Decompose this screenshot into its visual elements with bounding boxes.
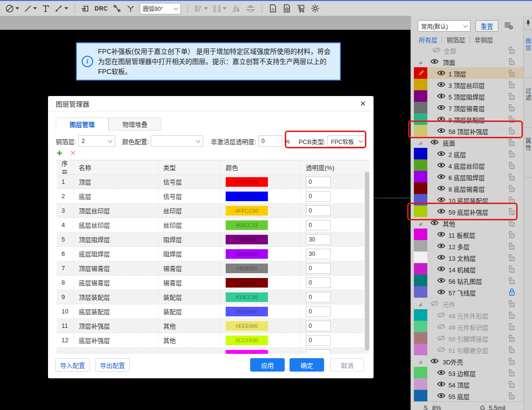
eye-icon[interactable] xyxy=(437,197,446,204)
eye-off-icon[interactable] xyxy=(437,335,446,342)
layer-color-swatch[interactable] xyxy=(414,67,427,79)
layer-row[interactable]: 8 底层锡膏层 xyxy=(414,182,523,194)
no-entry-tool-button[interactable] xyxy=(5,4,19,13)
eye-icon[interactable] xyxy=(437,174,446,181)
layer-row[interactable]: 全部 xyxy=(414,44,523,56)
layer-row[interactable]: 53 边框层 xyxy=(414,367,523,378)
layer-color-swatch[interactable] xyxy=(414,159,427,171)
unlock-icon[interactable] xyxy=(508,334,516,344)
unlock-icon[interactable] xyxy=(508,150,516,159)
eye-icon[interactable] xyxy=(437,116,446,123)
eye-icon[interactable] xyxy=(430,59,439,66)
color-swatch[interactable]: #EEE666 xyxy=(226,321,268,331)
color-swatch[interactable]: #808080 xyxy=(226,264,268,273)
unlock-icon[interactable] xyxy=(508,69,516,79)
eye-icon[interactable] xyxy=(437,185,446,193)
unlock-icon[interactable] xyxy=(508,138,516,148)
layer-color-swatch[interactable] xyxy=(414,390,427,401)
inactive-opacity-input[interactable]: 0 xyxy=(258,135,283,147)
unlock-icon[interactable] xyxy=(508,184,516,194)
cart-order-button[interactable] xyxy=(296,4,306,13)
unlock-icon[interactable] xyxy=(508,219,516,229)
layer-color-swatch[interactable] xyxy=(414,182,427,194)
eye-icon[interactable] xyxy=(437,231,446,239)
eye-icon[interactable] xyxy=(437,381,446,388)
layer-color-swatch[interactable] xyxy=(414,240,427,252)
layer-group-row[interactable]: 底面 xyxy=(414,136,523,148)
layer-row[interactable]: 50 引脚焊接层 xyxy=(414,332,523,344)
gerber-file-button[interactable]: G xyxy=(268,4,278,13)
opacity-input[interactable] xyxy=(306,263,331,274)
eye-icon[interactable] xyxy=(437,277,446,285)
unlock-icon[interactable] xyxy=(508,46,516,56)
color-swatch[interactable]: #FF00FF xyxy=(226,350,268,354)
opacity-input[interactable] xyxy=(306,249,331,259)
opacity-input[interactable] xyxy=(306,177,331,187)
route-tool-button[interactable] xyxy=(113,4,121,13)
cancel-button[interactable]: 取消 xyxy=(330,358,364,372)
layer-color-swatch[interactable] xyxy=(414,367,427,378)
layer-color-swatch[interactable] xyxy=(414,286,427,298)
eye-icon[interactable] xyxy=(437,254,446,262)
layer-row[interactable]: 3 顶层丝印层 xyxy=(414,79,523,90)
unlock-icon[interactable] xyxy=(508,300,516,309)
dock-tab-properties[interactable]: 属性 xyxy=(524,138,532,151)
layer-color-swatch[interactable] xyxy=(414,332,427,344)
color-swatch[interactable]: #800000 xyxy=(226,278,268,288)
tree-expander-icon[interactable] xyxy=(418,359,423,366)
layer-color-swatch[interactable] xyxy=(414,90,427,102)
text-tool-button[interactable] xyxy=(42,5,49,12)
apply-button[interactable]: 应用 xyxy=(250,358,285,372)
eye-icon[interactable] xyxy=(430,139,439,146)
tree-expander-icon[interactable] xyxy=(418,301,423,308)
opacity-input[interactable] xyxy=(306,220,331,230)
unlock-icon[interactable] xyxy=(508,357,516,367)
color-swatch[interactable]: #66CC33 xyxy=(226,220,268,230)
arc-mode-select[interactable]: 圆弧90° xyxy=(140,3,181,14)
layer-color-swatch[interactable] xyxy=(414,113,427,125)
opacity-input[interactable] xyxy=(306,205,331,216)
ok-button[interactable]: 确定 xyxy=(290,358,324,372)
dimension-tool-button[interactable] xyxy=(54,4,68,13)
color-swatch[interactable]: #CCFF00 xyxy=(226,336,268,345)
unlock-icon[interactable] xyxy=(508,311,516,321)
layer-color-swatch[interactable] xyxy=(414,194,427,205)
tab-all-layers[interactable]: 所有层 xyxy=(419,35,437,44)
close-icon[interactable]: ✕ xyxy=(360,99,366,108)
unlock-icon[interactable] xyxy=(508,323,516,332)
layer-group-row[interactable]: 其他 xyxy=(414,217,523,229)
opacity-input[interactable] xyxy=(306,350,331,354)
dropdown-caret-icon[interactable] xyxy=(33,7,37,10)
unlock-icon[interactable] xyxy=(508,196,516,205)
eye-icon[interactable] xyxy=(437,208,446,216)
delete-layer-button[interactable]: ✕ xyxy=(70,149,76,157)
dropdown-caret-icon[interactable] xyxy=(15,7,19,10)
unlock-icon[interactable] xyxy=(508,127,516,136)
eye-icon[interactable] xyxy=(437,82,446,89)
distribute-button[interactable] xyxy=(213,5,227,12)
layer-row[interactable]: 5 顶层阻焊层 xyxy=(414,90,523,102)
opacity-input[interactable] xyxy=(306,292,331,302)
layer-row[interactable]: 51 引脚悬空层 xyxy=(414,344,523,355)
layer-row[interactable]: 12 多层 xyxy=(414,240,523,252)
unlock-icon[interactable] xyxy=(508,242,516,252)
eye-icon[interactable] xyxy=(437,162,446,169)
eye-icon[interactable] xyxy=(437,243,446,250)
unlock-icon[interactable] xyxy=(508,173,516,182)
layer-row[interactable]: 57 飞线层 xyxy=(414,286,523,298)
drill-file-button[interactable] xyxy=(282,4,291,13)
layer-group-row[interactable]: 3D外壳 xyxy=(414,355,523,367)
layer-config-button[interactable] xyxy=(503,21,514,32)
pin-icon[interactable] xyxy=(525,20,531,28)
layer-color-swatch[interactable] xyxy=(414,275,427,286)
color-swatch[interactable]: #800080 xyxy=(226,235,268,244)
lock-icon[interactable] xyxy=(508,288,516,298)
color-swatch[interactable]: #0000FF xyxy=(226,192,268,201)
align-button[interactable] xyxy=(194,5,208,12)
eye-off-icon[interactable] xyxy=(437,312,446,319)
layer-color-swatch[interactable] xyxy=(414,263,427,275)
eye-icon[interactable] xyxy=(437,151,446,158)
unlock-icon[interactable] xyxy=(508,277,516,286)
opacity-input[interactable] xyxy=(306,277,331,288)
layer-row[interactable]: 1 顶层 xyxy=(414,67,523,79)
